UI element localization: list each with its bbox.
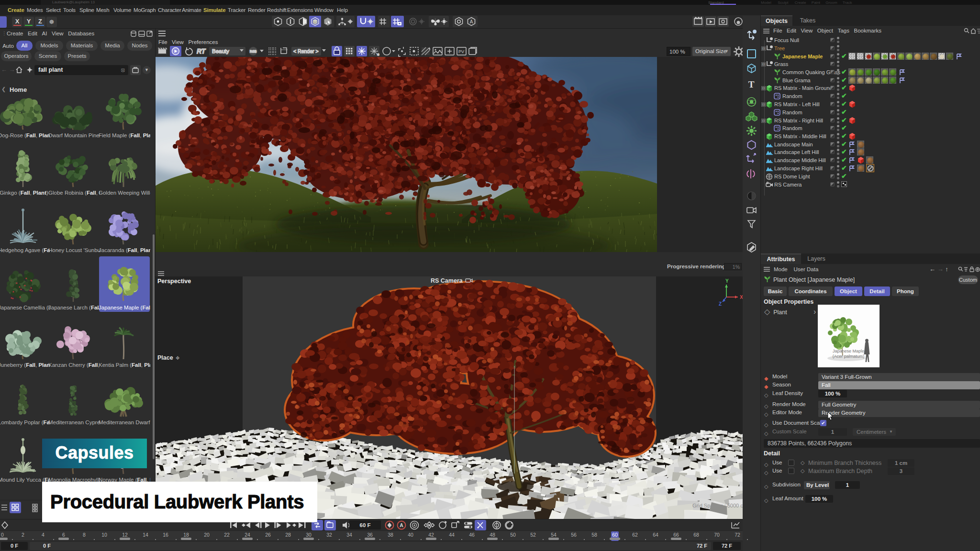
svg-text:< Render >: < Render > bbox=[293, 48, 319, 54]
svg-text:Place: Place bbox=[157, 354, 173, 361]
svg-text:G: G bbox=[377, 53, 379, 56]
svg-text:RT: RT bbox=[197, 47, 206, 55]
svg-text:Japanese Maple: Japanese Maple bbox=[833, 349, 864, 353]
svg-text:Y: Y bbox=[725, 278, 729, 284]
svg-text:(Acer palmatum): (Acer palmatum) bbox=[833, 354, 865, 359]
svg-text:Beauty: Beauty bbox=[212, 48, 229, 54]
svg-text:Z: Z bbox=[719, 301, 722, 307]
svg-text:Perspective: Perspective bbox=[157, 278, 191, 285]
svg-text:A: A bbox=[400, 522, 403, 528]
svg-text:60 F: 60 F bbox=[359, 522, 370, 528]
svg-text:RS Camera: RS Camera bbox=[431, 277, 463, 284]
svg-text:A: A bbox=[470, 19, 473, 24]
svg-text:PV: PV bbox=[458, 49, 464, 54]
svg-text:Grid Spacing : 5000 cm: Grid Spacing : 5000 cm bbox=[692, 503, 743, 508]
svg-text:T: T bbox=[748, 79, 755, 89]
svg-text:✥: ✥ bbox=[176, 355, 179, 361]
svg-text:RGB: RGB bbox=[250, 50, 256, 53]
